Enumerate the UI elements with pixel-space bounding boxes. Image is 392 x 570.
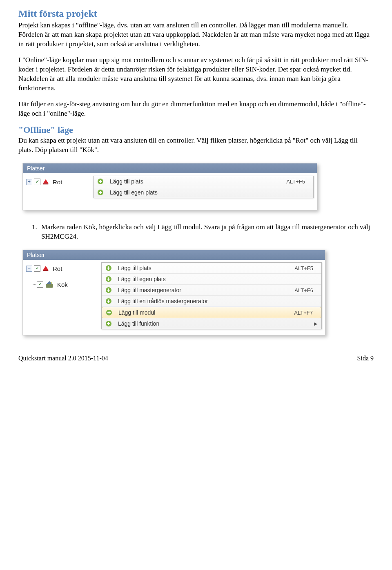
paragraph-online: I "Online"-läge kopplar man upp sig mot … <box>18 56 374 93</box>
menu-item[interactable]: Lägg till funktion▶ <box>102 318 321 329</box>
checkbox[interactable]: ✓ <box>34 179 40 185</box>
menu-item[interactable]: Lägg till mastergeneratorALT+F6 <box>102 285 321 296</box>
svg-rect-24 <box>107 301 110 302</box>
panel-title: Platser <box>23 163 317 173</box>
menu-label: Lägg till modul <box>118 309 294 316</box>
submenu-arrow-icon: ▶ <box>314 321 317 326</box>
checkbox[interactable]: ✓ <box>37 281 43 288</box>
svg-rect-10 <box>46 284 53 288</box>
expand-icon[interactable]: + <box>26 179 32 185</box>
add-icon <box>105 275 112 283</box>
svg-point-12 <box>51 282 52 284</box>
context-menu: Lägg till plats ALT+F5 Lägg till egen pl… <box>93 176 314 198</box>
menu-label: Lägg till mastergenerator <box>118 287 294 293</box>
add-icon <box>105 286 112 294</box>
menu-label: Lägg till funktion <box>118 320 314 327</box>
svg-rect-7 <box>99 192 102 193</box>
context-menu: Lägg till platsALT+F5Lägg till egen plat… <box>101 262 322 329</box>
menu-label: Lägg till plats <box>110 178 286 185</box>
menu-label: Lägg till plats <box>118 265 294 271</box>
svg-marker-8 <box>43 266 49 270</box>
svg-rect-9 <box>43 270 49 271</box>
heading-first-project: Mitt första projekt <box>18 8 374 19</box>
tree-row-kok[interactable]: ✓ Kök <box>37 279 96 290</box>
heading-offline: "Offline" läge <box>18 125 374 135</box>
menu-shortcut: ALT+F5 <box>286 179 309 185</box>
menu-shortcut: ALT+F7 <box>294 310 317 316</box>
panel-title: Platser <box>23 250 325 260</box>
menu-item-add-own-place[interactable]: Lägg till egen plats <box>94 187 313 198</box>
svg-rect-15 <box>107 268 110 268</box>
menu-shortcut: ALT+F5 <box>294 265 317 271</box>
tree-label-root: Rot <box>51 265 62 272</box>
collapse-icon[interactable]: − <box>26 266 32 272</box>
menu-item[interactable]: Lägg till en trådlös mastergenerator <box>102 296 321 307</box>
menu-label: Lägg till egen plats <box>110 189 305 196</box>
svg-rect-4 <box>99 181 102 182</box>
svg-rect-30 <box>107 323 110 324</box>
add-icon <box>105 320 112 327</box>
root-icon <box>42 178 49 186</box>
svg-rect-27 <box>107 312 111 313</box>
tree-label-root: Rot <box>51 179 62 186</box>
svg-rect-21 <box>107 290 110 291</box>
place-icon <box>45 280 54 289</box>
menu-shortcut: ALT+F6 <box>294 287 317 293</box>
menu-item[interactable]: Lägg till egen plats <box>102 274 321 285</box>
menu-item[interactable]: Lägg till platsALT+F5 <box>102 263 321 274</box>
step-1: Markera raden Kök, högerklicka och välj … <box>39 223 374 241</box>
svg-rect-1 <box>43 183 49 185</box>
add-icon <box>97 178 104 185</box>
svg-rect-18 <box>107 279 110 279</box>
footer-left: Quickstart manual 2.0 2015-11-04 <box>18 355 108 362</box>
root-icon <box>42 265 49 272</box>
screenshot-platser-root: Platser + ✓ Rot Lä <box>22 163 317 210</box>
tree-label-kok: Kök <box>56 281 68 288</box>
screenshot-platser-kok: Platser − ✓ Rot ✓ <box>22 250 325 335</box>
paragraph-intro: Projekt kan skapas i "offline"-läge, dvs… <box>18 21 374 49</box>
menu-item-add-place[interactable]: Lägg till plats ALT+F5 <box>94 176 313 187</box>
menu-label: Lägg till en trådlös mastergenerator <box>118 298 317 304</box>
footer-right: Sida 9 <box>357 355 374 362</box>
paragraph-guide: Här följer en steg-för-steg anvisning om… <box>18 100 374 118</box>
add-icon <box>97 189 104 196</box>
menu-item[interactable]: Lägg till modulALT+F7 <box>102 307 321 318</box>
add-icon <box>105 309 113 316</box>
add-icon <box>105 264 112 272</box>
paragraph-offline-instructions: Du kan skapa ett projekt utan att vara a… <box>18 136 374 155</box>
tree-row-root[interactable]: + ✓ Rot <box>26 177 87 186</box>
svg-marker-0 <box>43 179 49 183</box>
menu-label: Lägg till egen plats <box>118 276 317 282</box>
add-icon <box>105 297 112 305</box>
